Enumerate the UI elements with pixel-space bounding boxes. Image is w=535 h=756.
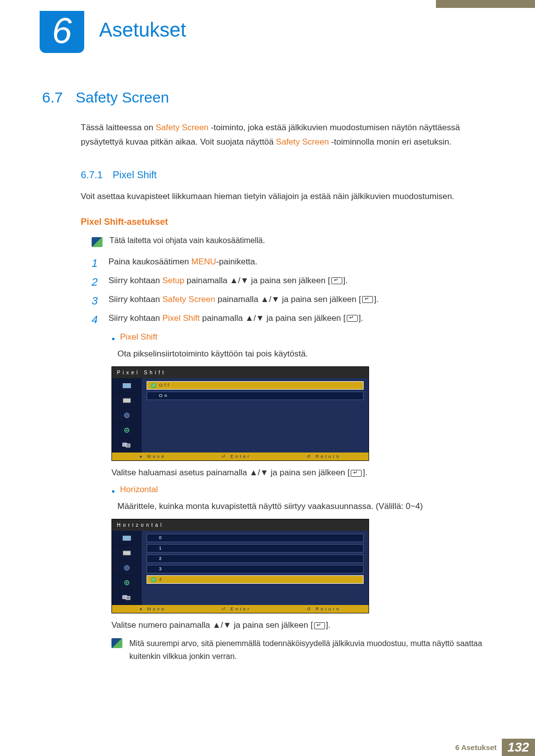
note-icon: [92, 237, 103, 247]
subsection-title: Pixel Shift: [112, 169, 157, 181]
osd2-opt-0: ✓0: [147, 534, 364, 542]
note2-text: Mitä suurempi arvo, sitä pienemmällä tod…: [129, 637, 493, 662]
osd1-opt1-label: On: [159, 393, 169, 398]
bullet-ps-label: Pixel Shift: [120, 332, 158, 342]
svg-rect-11: [126, 596, 130, 600]
chapter-title: Asetukset: [99, 19, 186, 41]
osd-move-hint: ♦ Move: [140, 454, 166, 459]
step4-hl: Pixel Shift: [162, 313, 200, 323]
svg-point-7: [124, 565, 129, 570]
osd-sidebar: [112, 378, 142, 453]
osd-return-hint: ↺ Return: [307, 454, 341, 459]
osd-return-hint: ↺ Return: [307, 606, 341, 611]
osd2-options: ✓0 ✓1 ✓2 ✓3 ✓4: [142, 531, 369, 605]
page-content: 6.7 Safety Screen Tässä laitteessa on Sa…: [42, 89, 493, 663]
check-icon: ✓: [151, 383, 156, 388]
section-number: 6.7: [42, 89, 63, 106]
osd1-footer: ♦ Move ⏎ Enter ↺ Return: [112, 453, 369, 460]
osd2-opt4-label: 4: [159, 577, 163, 582]
step2-hl: Setup: [162, 276, 184, 285]
note-remote-only: Tätä laitetta voi ohjata vain kaukosääti…: [92, 236, 493, 247]
step-1: 1 Paina kaukosäätimen MENU-painiketta.: [92, 257, 493, 270]
enter-icon: [351, 470, 362, 477]
osd-tab-multi-icon: [112, 590, 142, 605]
step-number: 2: [92, 276, 102, 289]
post-osd1-text: Valitse haluamasi asetus painamalla ▲/▼ …: [111, 468, 493, 478]
enter-icon: [347, 315, 358, 322]
osd2-title: Horizontal: [112, 519, 369, 531]
step3-c: ].: [374, 295, 378, 304]
step-2: 2 Siirry kohtaan Setup painamalla ▲/▼ ja…: [92, 276, 493, 289]
osd-pixel-shift: Pixel Shift ✓Off ✓On ♦ Move ⏎ Enter ↺ Re…: [111, 366, 369, 461]
step4-b: painamalla ▲/▼ ja paina sen jälkeen [: [200, 313, 346, 323]
bullet-pixel-shift: ● Pixel Shift: [111, 332, 493, 342]
bullet-ps-text: Ota pikselinsiirtotoiminto käyttöön tai …: [117, 347, 493, 360]
note-text: Tätä laitetta voi ohjata vain kaukosääti…: [109, 236, 265, 245]
osd-horizontal: Horizontal ✓0 ✓1 ✓2 ✓3 ✓4 ♦ Mo: [111, 519, 369, 613]
osd2-footer: ♦ Move ⏎ Enter ↺ Return: [112, 605, 369, 613]
step3-a: Siirry kohtaan: [108, 295, 162, 304]
osd-sidebar: [112, 531, 142, 605]
bullet-dot-icon: ●: [111, 488, 115, 495]
osd2-opt2-label: 2: [159, 556, 163, 561]
step2-a: Siirry kohtaan: [108, 276, 162, 285]
post-osd1-b: ].: [363, 468, 367, 477]
intro-term-1: Safety Screen: [156, 123, 209, 132]
svg-point-1: [124, 413, 129, 418]
osd-tab-picture-icon: [112, 531, 142, 546]
section-intro: Tässä laitteessa on Safety Screen -toimi…: [81, 121, 493, 150]
osd2-opt0-label: 0: [159, 535, 163, 540]
step-number: 3: [92, 295, 102, 307]
osd-tab-sound-icon: [112, 408, 142, 423]
decorative-top-bar: [436, 0, 535, 8]
note-flicker: Mitä suurempi arvo, sitä pienemmällä tod…: [111, 637, 493, 662]
manual-page: 6 Asetukset 6.7 Safety Screen Tässä lait…: [0, 0, 535, 756]
osd-move-hint: ♦ Move: [140, 606, 166, 611]
check-icon: ✓: [151, 577, 156, 582]
subsection-desc: Voit asettaa kuvapisteet liikkumaan hiem…: [81, 190, 493, 203]
osd-enter-hint: ⏎ Enter: [221, 606, 251, 611]
post-osd2-a: Valitse numero painamalla ▲/▼ ja paina s…: [111, 620, 313, 630]
svg-rect-5: [126, 444, 130, 447]
step2-c: ].: [343, 276, 348, 285]
osd1-options: ✓Off ✓On: [142, 378, 369, 453]
step1-b: -painiketta.: [216, 257, 257, 266]
step-number: 1: [92, 257, 102, 270]
subsection-heading: 6.7.1 Pixel Shift: [42, 169, 493, 181]
post-osd1-a: Valitse haluamasi asetus painamalla ▲/▼ …: [111, 468, 350, 477]
step1-hl: MENU: [191, 257, 216, 266]
osd2-opt1-label: 1: [159, 546, 163, 551]
intro-text-a: Tässä laitteessa on: [81, 123, 156, 132]
osd1-title: Pixel Shift: [112, 367, 369, 378]
osd2-opt3-label: 3: [159, 566, 163, 571]
svg-point-3: [126, 429, 127, 431]
page-footer: 6 Asetukset 132: [0, 738, 535, 756]
osd-enter-hint: ⏎ Enter: [221, 454, 251, 459]
step-number: 4: [92, 313, 102, 326]
osd1-opt0-label: Off: [159, 383, 171, 388]
intro-text-c: -toiminnolla monin eri asetuksin.: [329, 137, 452, 147]
step4-a: Siirry kohtaan: [108, 313, 162, 323]
step2-b: painamalla ▲/▼ ja paina sen jälkeen [: [184, 276, 330, 285]
osd-tab-picture-icon: [112, 378, 142, 393]
step3-hl: Safety Screen: [162, 295, 215, 304]
svg-rect-0: [123, 398, 131, 402]
section-title: Safety Screen: [76, 89, 169, 106]
osd1-opt-off: ✓Off: [147, 381, 364, 390]
post-osd2-b: ].: [326, 620, 330, 630]
osd2-opt-2: ✓2: [147, 554, 364, 563]
bullet-horizontal: ● Horizontal: [111, 485, 493, 495]
enter-icon: [314, 622, 325, 629]
svg-rect-6: [123, 551, 131, 555]
osd-tab-multi-icon: [112, 438, 142, 453]
footer-page-number: 132: [502, 739, 535, 756]
bullet-hz-label: Horizontal: [120, 485, 158, 495]
osd-tab-input-icon: [112, 393, 142, 408]
note-icon: [111, 638, 122, 648]
bullet-hz-text: Määrittele, kuinka monta kuvapistettä nä…: [117, 500, 493, 513]
osd1-opt-on: ✓On: [147, 392, 364, 400]
osd-tab-setup-icon: [112, 423, 142, 438]
enter-icon: [331, 277, 342, 284]
step3-b: painamalla ▲/▼ ja paina sen jälkeen [: [215, 295, 361, 304]
osd-tab-setup-icon: [112, 575, 142, 590]
